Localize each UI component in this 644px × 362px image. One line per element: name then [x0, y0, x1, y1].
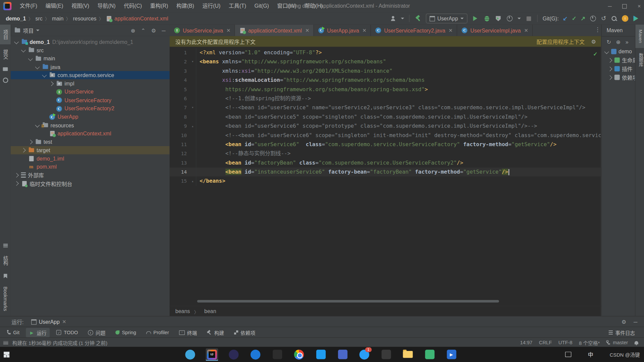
- tree-item-resources[interactable]: resources: [11, 121, 170, 129]
- tree-expand-icon[interactable]: [28, 56, 33, 61]
- tree-item-UserApp[interactable]: CUserApp: [11, 113, 170, 121]
- code-line-6[interactable]: 6 <!--1.创建spring控制的资源-->: [170, 94, 601, 103]
- tree-item-UserServiceFactory2[interactable]: CUserServiceFactory2: [11, 104, 170, 113]
- status-menu-icon[interactable]: [3, 341, 8, 344]
- fold-marker-icon[interactable]: ▾: [189, 103, 196, 112]
- tree-item-com.superdemo.service[interactable]: com.superdemo.service: [11, 71, 170, 79]
- menu-item-2[interactable]: 视图(V): [67, 0, 94, 12]
- breadcrumb-item[interactable]: resources: [73, 15, 97, 21]
- toolwindow-button-构建[interactable]: 构建: [204, 328, 227, 337]
- tree-expand-icon[interactable]: [35, 65, 40, 69]
- settings-gear-icon[interactable]: ⚙: [151, 27, 156, 33]
- tree-expand-icon[interactable]: [42, 73, 47, 78]
- maven-item-2[interactable]: 依赖项: [602, 73, 635, 82]
- tree-expand-icon[interactable]: [28, 139, 33, 144]
- taskbar-app-edge-browser[interactable]: [184, 348, 197, 361]
- tree-item-UserService[interactable]: IUserService: [11, 88, 170, 96]
- fold-marker-icon[interactable]: ▾: [189, 57, 196, 66]
- notifications-bell-icon[interactable]: [635, 341, 638, 344]
- stripe-icon-folder[interactable]: [0, 64, 11, 74]
- hide-panel-icon[interactable]: ─: [162, 27, 165, 33]
- tree-item-UserServiceFactory[interactable]: CUserServiceFactory: [11, 96, 170, 105]
- git-commit-icon[interactable]: ✓: [572, 15, 576, 22]
- git-update-icon[interactable]: ↙: [563, 15, 568, 22]
- tree-item-test[interactable]: test: [11, 138, 170, 146]
- taskbar-app-wechat[interactable]: [423, 348, 436, 361]
- tree-expand-icon[interactable]: [35, 123, 40, 128]
- git-branch-widget[interactable]: master: [606, 340, 628, 345]
- tree-expand-icon[interactable]: [607, 66, 612, 71]
- menu-item-7[interactable]: 运行(U): [198, 0, 224, 12]
- menu-item-0[interactable]: 文件(F): [16, 0, 42, 12]
- code-line-14[interactable]: 14 <bean id="instanceuserService6" facto…: [170, 168, 601, 177]
- close-icon[interactable]: ×: [638, 3, 641, 9]
- more-tabs-icon[interactable]: ⋮: [595, 26, 600, 33]
- code-line-1[interactable]: 1<?xml version="1.0" encoding="UTF-8"?>: [170, 48, 601, 57]
- tree-expand-icon[interactable]: [21, 148, 26, 153]
- taskbar-app-chrome[interactable]: [293, 348, 305, 361]
- editor-tab-UserApp.java[interactable]: CUserApp.java✕: [314, 24, 371, 36]
- tree-item-外部库[interactable]: 外部库: [11, 171, 170, 179]
- tree-expand-icon[interactable]: [14, 181, 19, 186]
- tree-expand-icon[interactable]: [21, 48, 26, 53]
- settings-gear-icon[interactable]: ⚙: [622, 319, 626, 325]
- tab-close-icon[interactable]: ✕: [305, 27, 309, 33]
- tree-item-pom.xml[interactable]: mpom.xml: [11, 163, 170, 171]
- plugin-play-icon[interactable]: [633, 16, 638, 21]
- toolwindow-button-事件日志[interactable]: 事件日志: [605, 328, 638, 337]
- editor-breadcrumb-item[interactable]: beans: [175, 308, 190, 314]
- tree-item-applicationContext.xml[interactable]: applicationContext.xml: [11, 129, 170, 138]
- toolwindow-button-Spring[interactable]: Spring: [112, 328, 140, 337]
- tree-item-临时文件和控制台[interactable]: 临时文件和控制台: [11, 179, 170, 188]
- stripe-button-提交[interactable]: 提交: [0, 44, 11, 64]
- tree-expand-icon[interactable]: [14, 173, 19, 178]
- taskbar-app-teams[interactable]: [336, 348, 349, 361]
- build-hammer-icon[interactable]: [414, 15, 422, 22]
- tray-window-icon[interactable]: [565, 352, 571, 357]
- close-icon[interactable]: ✕: [62, 319, 66, 324]
- tab-close-icon[interactable]: ✕: [362, 27, 366, 33]
- taskbar-app-tim[interactable]: 1: [358, 348, 371, 361]
- breadcrumb-item[interactable]: src: [35, 15, 42, 21]
- profiler-button[interactable]: [506, 15, 514, 22]
- editor-tab-UserServiceImpl.java[interactable]: CUserServiceImpl.java✕: [457, 24, 533, 36]
- tree-expand-icon[interactable]: [49, 81, 54, 86]
- maven-add-icon[interactable]: ⊕: [616, 39, 621, 45]
- tree-expand-icon[interactable]: [14, 40, 19, 44]
- editor-tab-applicationContext.xml[interactable]: applicationContext.xml✕: [235, 24, 314, 36]
- file-encoding[interactable]: UTF-8: [558, 340, 573, 345]
- code-line-2[interactable]: 2▾<beans xmlns="http://www.springframewo…: [170, 57, 601, 66]
- maven-panel-title[interactable]: Maven: [602, 24, 635, 37]
- code-line-4[interactable]: 4 xsi:schemaLocation="http://www.springf…: [170, 76, 601, 85]
- editor-breadcrumb-item[interactable]: bean: [204, 308, 216, 314]
- taskbar-app-terminal[interactable]: [271, 348, 283, 361]
- start-button[interactable]: [4, 352, 9, 357]
- menu-item-3[interactable]: 导航(N): [93, 0, 119, 12]
- tab-close-icon[interactable]: ✕: [226, 27, 230, 33]
- ime-indicator[interactable]: 中: [588, 351, 593, 358]
- caret-position[interactable]: 14:97: [520, 340, 533, 345]
- coverage-button[interactable]: [495, 15, 502, 22]
- user-account-icon[interactable]: [389, 15, 396, 22]
- taskbar-app-vscode[interactable]: [315, 348, 327, 361]
- stripe-button-Bookmarks[interactable]: Bookmarks: [0, 270, 11, 316]
- fold-marker-icon[interactable]: ▴: [189, 177, 196, 186]
- code-line-10[interactable]: 10 <!--<bean id="userService6" scope="si…: [170, 131, 601, 140]
- breadcrumb-item[interactable]: main: [52, 15, 64, 21]
- maven-root-item[interactable]: demo: [602, 47, 635, 56]
- maven-item-0[interactable]: 生命周期: [602, 56, 635, 65]
- code-line-9[interactable]: 9▴ <bean id="userService6" scope="protot…: [170, 122, 601, 131]
- breadcrumb-item[interactable]: demo_1: [6, 15, 26, 21]
- tree-expand-icon[interactable]: [607, 75, 612, 80]
- tree-item-demo_1[interactable]: demo_1 D:\java\work\spring demo\demo_1: [11, 38, 170, 46]
- code-line-3[interactable]: 3 xmlns:xsi="http://www.w3.org/2001/XMLS…: [170, 66, 601, 75]
- maven-more-icon[interactable]: »: [626, 39, 629, 45]
- run-button[interactable]: [472, 15, 479, 22]
- taskbar-app-media-dark[interactable]: [380, 348, 392, 361]
- editor-tab-UserServiceFactory2.java[interactable]: CUserServiceFactory2.java✕: [371, 24, 457, 36]
- taskbar-app-eclipse[interactable]: [227, 348, 240, 361]
- breadcrumb-file[interactable]: applicationContext.xml: [106, 15, 168, 22]
- git-push-icon[interactable]: ↗: [581, 15, 585, 22]
- tree-item-target[interactable]: target: [11, 146, 170, 155]
- code-line-12[interactable]: 12 <!--静态与实例分割线-->: [170, 149, 601, 158]
